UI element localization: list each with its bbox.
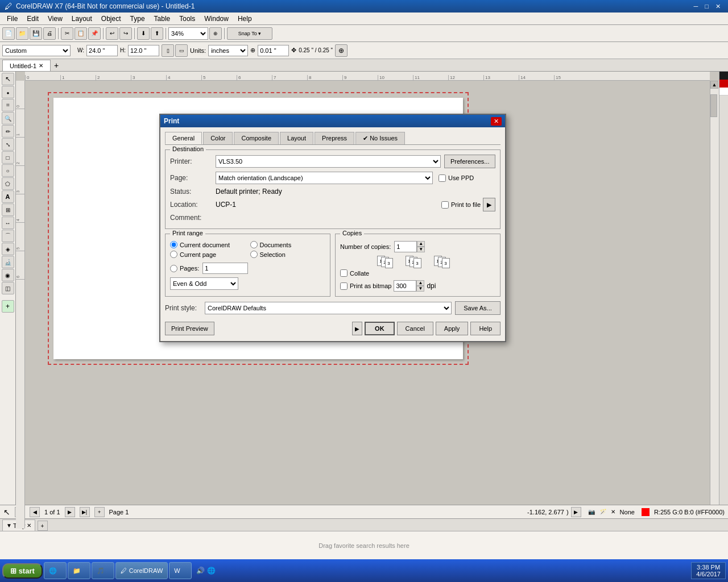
- page-add-btn[interactable]: +: [94, 507, 105, 517]
- printer-select[interactable]: VLS3.50 Microsoft Print to PDF Adobe PDF: [216, 155, 441, 168]
- menu-tools[interactable]: Tools: [175, 14, 200, 24]
- print-as-bitmap-checkbox[interactable]: [340, 282, 348, 290]
- apply-prop-btn[interactable]: ⊕: [335, 44, 348, 57]
- new-button[interactable]: 📄: [2, 27, 15, 40]
- menu-type[interactable]: Type: [126, 14, 150, 24]
- undo-button[interactable]: ↩: [106, 27, 118, 40]
- taskbar-explorer[interactable]: 📁: [68, 562, 90, 579]
- open-button[interactable]: 📁: [16, 27, 28, 40]
- new-tab-button[interactable]: +: [51, 60, 62, 71]
- print-preview-options-btn[interactable]: ▶: [352, 322, 362, 335]
- nudge-input[interactable]: [258, 45, 289, 56]
- units-select[interactable]: inches mm cm: [208, 45, 248, 56]
- copies-input[interactable]: [394, 241, 417, 252]
- coords-nav-btn[interactable]: ▶: [571, 507, 581, 517]
- menu-window[interactable]: Window: [200, 14, 233, 24]
- even-odd-select[interactable]: Even & Odd Even Odd: [170, 277, 238, 290]
- dpi-up-btn[interactable]: ▲: [416, 280, 424, 286]
- freehand-tool[interactable]: ✏: [2, 125, 14, 138]
- copies-up-btn[interactable]: ▲: [417, 241, 425, 247]
- maximize-button[interactable]: □: [702, 2, 712, 11]
- save-as-button[interactable]: Save As...: [455, 301, 500, 315]
- height-input[interactable]: [128, 45, 159, 56]
- zoom-select[interactable]: 34% 50% 100%: [168, 27, 208, 40]
- tab-general[interactable]: General: [165, 132, 202, 144]
- copies-down-btn[interactable]: ▼: [417, 247, 425, 252]
- polygon-tool[interactable]: ⬠: [2, 177, 14, 190]
- tray-close-icon[interactable]: ✕: [27, 522, 31, 529]
- select-tool[interactable]: ↖: [2, 73, 14, 85]
- menu-file[interactable]: File: [2, 14, 22, 24]
- page-last-btn[interactable]: ▶|: [80, 507, 90, 517]
- print-to-file-options-btn[interactable]: ▶: [483, 198, 495, 211]
- menu-help[interactable]: Help: [233, 14, 257, 24]
- cancel-button[interactable]: Cancel: [397, 322, 433, 335]
- tray-add-btn[interactable]: +: [38, 521, 48, 531]
- pages-input[interactable]: [202, 263, 248, 274]
- crop-tool[interactable]: ⌗: [2, 99, 14, 111]
- fill-tool[interactable]: ◈: [2, 243, 14, 255]
- dialog-close-button[interactable]: ✕: [491, 117, 502, 126]
- tab-color[interactable]: Color: [203, 132, 233, 144]
- node-tool[interactable]: ⬥: [2, 86, 14, 98]
- page-select[interactable]: Match orientation (Landscape) Portrait L…: [216, 172, 433, 184]
- selection-radio[interactable]: [250, 251, 258, 258]
- zoom-fit-button[interactable]: ⊕: [209, 27, 222, 40]
- tab-no-issues[interactable]: ✔ No Issues: [355, 132, 405, 144]
- snap-to-button[interactable]: Snap To ▾: [227, 27, 272, 40]
- connector-tool[interactable]: ⌒: [2, 230, 14, 242]
- add-page-btn[interactable]: +: [2, 300, 14, 313]
- copy-button[interactable]: 📋: [75, 27, 87, 40]
- zoom-tool[interactable]: 🔍: [2, 112, 14, 124]
- dpi-input[interactable]: [394, 280, 416, 292]
- smart-draw-tool[interactable]: ⤡: [2, 138, 14, 151]
- width-input[interactable]: [86, 45, 118, 56]
- eyedropper-tool[interactable]: 🔬: [2, 256, 14, 268]
- table-tool[interactable]: ⊞: [2, 203, 14, 216]
- help-button[interactable]: Help: [470, 322, 500, 335]
- landscape-btn[interactable]: ▭: [175, 44, 188, 57]
- dimension-tool[interactable]: ↔: [2, 217, 14, 229]
- current-document-radio[interactable]: [170, 241, 177, 248]
- dpi-down-btn[interactable]: ▼: [416, 286, 424, 292]
- ellipse-tool[interactable]: ○: [2, 164, 14, 177]
- document-tab[interactable]: Untitled-1 ✕: [2, 60, 51, 71]
- menu-edit[interactable]: Edit: [22, 14, 43, 24]
- export-button[interactable]: ⬆: [151, 27, 163, 40]
- taskbar-word[interactable]: W: [169, 562, 192, 579]
- page-prev-btn[interactable]: ◀: [30, 507, 40, 517]
- use-ppd-checkbox[interactable]: [439, 174, 446, 182]
- rectangle-tool[interactable]: □: [2, 151, 14, 164]
- print-button[interactable]: 🖨: [43, 27, 56, 40]
- ok-button[interactable]: OK: [365, 322, 395, 335]
- apply-button[interactable]: Apply: [436, 322, 469, 335]
- menu-layout[interactable]: Layout: [67, 14, 97, 24]
- paste-button[interactable]: 📌: [88, 27, 101, 40]
- collate-checkbox[interactable]: [340, 269, 348, 277]
- documents-radio[interactable]: [250, 241, 258, 248]
- taskbar-ie[interactable]: 🌐: [44, 562, 67, 579]
- pages-radio[interactable]: [170, 265, 177, 272]
- taskbar-media[interactable]: 🎵: [92, 562, 114, 579]
- transparency-tool[interactable]: ◫: [2, 282, 14, 294]
- tab-layout[interactable]: Layout: [280, 132, 313, 144]
- text-tool[interactable]: A: [2, 190, 14, 203]
- portrait-btn[interactable]: ▯: [162, 44, 174, 57]
- tab-prepress[interactable]: Prepress: [315, 132, 354, 144]
- interactive-fill-tool[interactable]: ◉: [2, 269, 14, 281]
- print-to-file-checkbox[interactable]: [441, 201, 449, 209]
- print-style-select[interactable]: CorelDRAW Defaults: [205, 302, 452, 314]
- save-button[interactable]: 💾: [30, 27, 42, 40]
- import-button[interactable]: ⬇: [137, 27, 150, 40]
- page-next-btn[interactable]: ▶: [65, 507, 75, 517]
- print-preview-button[interactable]: Print Preview: [165, 322, 214, 335]
- menu-view[interactable]: View: [43, 14, 67, 24]
- page-size-select[interactable]: Custom: [2, 45, 71, 56]
- vertical-scrollbar[interactable]: ▲ ▼: [710, 81, 719, 529]
- menu-table[interactable]: Table: [150, 14, 175, 24]
- tab-close-icon[interactable]: ✕: [39, 63, 43, 69]
- cut-button[interactable]: ✂: [61, 27, 73, 40]
- close-button[interactable]: ✕: [713, 2, 723, 11]
- start-button[interactable]: ⊞ start: [2, 563, 43, 579]
- current-page-radio[interactable]: [170, 251, 177, 258]
